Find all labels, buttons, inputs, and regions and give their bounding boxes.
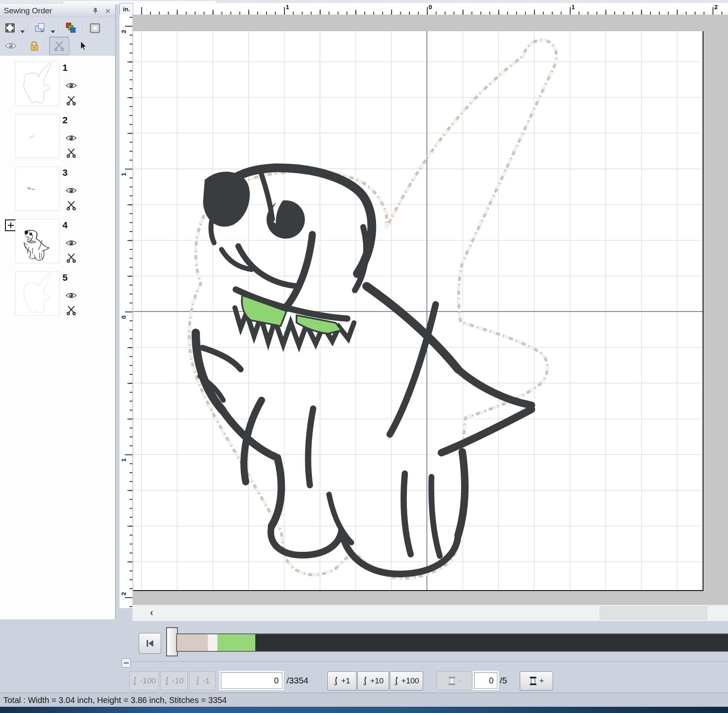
v-ruler-label: 2: [120, 28, 127, 35]
button-label: -1: [203, 676, 210, 686]
player-divider: [133, 662, 728, 663]
scrollbar-thumb[interactable]: [600, 606, 707, 620]
status-bar: Total : Width = 3.04 inch, Height = 3.86…: [0, 693, 728, 707]
fit-view-button[interactable]: [2, 20, 18, 36]
horizontal-ruler: 1 0 1 2: [133, 3, 728, 15]
progress-segment: [177, 634, 208, 651]
close-panel-icon[interactable]: ×: [103, 6, 113, 15]
item-5-number: 5: [62, 272, 67, 283]
color-sort-button[interactable]: [62, 20, 79, 36]
color-back-button[interactable]: -: [436, 671, 472, 691]
item-5-thumbnail[interactable]: [15, 272, 60, 316]
select-cursor-button[interactable]: [74, 37, 91, 54]
stitch-total-label: /3354: [287, 676, 309, 686]
toolbar-separator: [71, 39, 72, 52]
fit-view-dropdown[interactable]: [19, 23, 26, 40]
expand-item-4-button[interactable]: [5, 219, 17, 231]
button-label: +1: [341, 676, 350, 686]
button-label: +: [539, 676, 544, 686]
ruler-unit-box[interactable]: in.: [120, 3, 133, 15]
collapse-player-button[interactable]: [122, 658, 131, 668]
progress-segment: [255, 634, 728, 651]
pin-icon[interactable]: [90, 6, 100, 15]
item-4-number: 4: [62, 220, 67, 231]
horizontal-scrollbar[interactable]: ‹: [132, 605, 728, 621]
button-label: -10: [172, 676, 183, 686]
button-label: -: [458, 676, 461, 686]
h-ruler-label: 0: [429, 3, 432, 10]
item-1-thumbnail[interactable]: [15, 62, 60, 106]
button-label: +10: [370, 676, 384, 686]
panel-title: Sewing Order: [0, 6, 90, 15]
stitch-progress-bar[interactable]: [176, 633, 728, 652]
embroidery-design[interactable]: [133, 31, 703, 590]
v-ruler-label: 1: [120, 171, 127, 178]
button-label: +100: [401, 676, 419, 686]
item-3-number: 3: [62, 167, 67, 178]
color-fwd-button[interactable]: +: [520, 671, 553, 691]
item-4-scissors-icon[interactable]: [65, 252, 77, 263]
dog-detail-stitches: [196, 168, 531, 574]
hoop-button[interactable]: [87, 20, 103, 36]
item-5-scissors-icon[interactable]: [65, 305, 77, 316]
toolbar-separator: [82, 21, 83, 35]
scissors-tool-button[interactable]: [49, 37, 69, 55]
stitch-fwd-1-button[interactable]: +1: [327, 671, 357, 691]
stitch-fwd-100-button[interactable]: +100: [390, 671, 423, 691]
v-ruler-label: 0: [120, 314, 127, 321]
skip-to-start-button[interactable]: [139, 633, 161, 654]
item-3-scissors-icon[interactable]: [65, 200, 77, 211]
status-text: Total : Width = 3.04 inch, Height = 3.86…: [0, 696, 227, 705]
visibility-eye-button[interactable]: [2, 37, 19, 54]
item-2-eye-icon[interactable]: [65, 132, 77, 143]
design-canvas-viewport[interactable]: [132, 15, 728, 605]
copies-button[interactable]: [32, 20, 48, 36]
stitch-number-field[interactable]: 0: [221, 672, 282, 689]
item-4-eye-icon[interactable]: [65, 237, 77, 248]
vertical-ruler: 2 1 0 1 2: [120, 15, 133, 608]
color-number-field[interactable]: 0: [474, 672, 497, 689]
toolbar-separator: [45, 39, 46, 52]
item-2-number: 2: [62, 115, 67, 126]
stitch-fwd-10-button[interactable]: +10: [357, 671, 389, 691]
item-1-eye-icon[interactable]: [65, 80, 77, 91]
stitch-back-100-button[interactable]: -100: [129, 671, 159, 691]
toolbar-separator: [28, 21, 29, 35]
taskbar-edge: [0, 707, 728, 713]
stitch-back-1-button[interactable]: -1: [189, 671, 216, 691]
color-total-label: /5: [500, 676, 507, 686]
h-ruler-label: 1: [571, 3, 575, 10]
h-ruler-label: 2: [714, 3, 718, 10]
button-label: -100: [140, 676, 156, 686]
stitch-back-10-button[interactable]: -10: [160, 671, 188, 691]
item-1-number: 1: [62, 62, 67, 73]
sewing-order-header: Sewing Order ×: [0, 4, 115, 18]
progress-segment: [217, 634, 256, 651]
lock-button[interactable]: [26, 37, 42, 54]
item-5-eye-icon[interactable]: [65, 290, 77, 301]
v-ruler-label: 1: [120, 457, 127, 464]
toolbar-separator: [58, 21, 59, 35]
item-3-thumbnail[interactable]: [15, 167, 60, 211]
design-page[interactable]: [133, 31, 703, 591]
item-3-eye-icon[interactable]: [65, 185, 77, 196]
sewing-order-toolbar: [0, 17, 115, 56]
progress-segment: [208, 634, 217, 651]
v-ruler-label: 2: [120, 591, 127, 597]
item-2-thumbnail[interactable]: [15, 114, 60, 158]
item-2-scissors-icon[interactable]: [65, 147, 77, 158]
h-ruler-label: 1: [286, 3, 289, 10]
toolbar-separator: [22, 39, 22, 52]
scroll-left-arrow[interactable]: ‹: [150, 607, 153, 618]
item-1-scissors-icon[interactable]: [65, 95, 77, 106]
item-4-thumbnail[interactable]: [15, 219, 60, 263]
